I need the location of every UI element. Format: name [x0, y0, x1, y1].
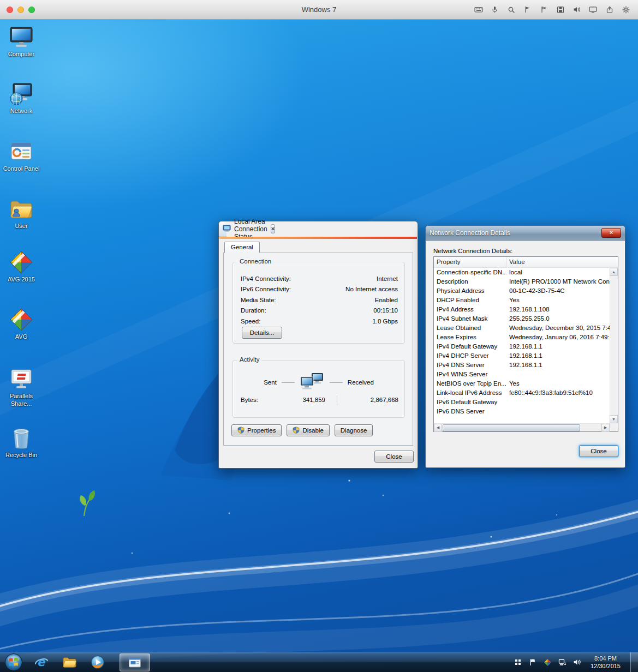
taskbar-internet-explorer-button[interactable]: e: [27, 652, 55, 672]
tray-network-icon[interactable]: [558, 658, 567, 666]
table-row[interactable]: Link-local IPv6 Addressfe80::44c9:f3a3:f…: [434, 388, 610, 398]
scrollbar-thumb[interactable]: [443, 424, 580, 431]
table-row[interactable]: Connection-specific DN...local: [434, 268, 610, 277]
diagnose-button[interactable]: Diagnose: [335, 424, 373, 436]
desktop-icon-parallels-share[interactable]: Parallels Share...: [2, 367, 40, 408]
desktop-icon-avg-2015[interactable]: AVG 2015: [2, 250, 40, 284]
status-action-buttons: Properties Disable Diagnose: [231, 424, 373, 436]
avg-icon: [9, 250, 34, 275]
desktop[interactable]: Computer Network Control Panel User AVG …: [0, 20, 638, 672]
value-cell: [506, 370, 610, 379]
desktop-icon-user[interactable]: User: [2, 196, 40, 230]
vertical-scrollbar[interactable]: ▲ ▼: [610, 268, 618, 423]
property-cell: Description: [434, 277, 506, 286]
clock-date: 12/30/2015: [591, 662, 621, 670]
close-icon[interactable]: ×: [601, 228, 621, 238]
show-desktop-button[interactable]: [630, 652, 638, 672]
tab-general[interactable]: General: [224, 242, 260, 253]
property-cell: NetBIOS over Tcpip En...: [434, 379, 506, 388]
value-cell: Wednesday, December 30, 2015 7:49:22: [506, 323, 610, 333]
connection-row-value: 00:15:10: [373, 307, 398, 314]
desktop-icon-label: Recycle Bin: [5, 452, 37, 459]
taskbar-explorer-button[interactable]: [55, 652, 84, 672]
user-folder-icon: [9, 196, 34, 221]
close-button[interactable]: Close: [579, 445, 618, 457]
desktop-icon-recycle-bin[interactable]: Recycle Bin: [2, 425, 40, 459]
table-row[interactable]: IPv4 Subnet Mask255.255.255.0: [434, 314, 610, 323]
horizontal-scrollbar[interactable]: ◀ ▶: [434, 423, 610, 431]
table-row[interactable]: Lease ExpiresWednesday, January 06, 2016…: [434, 333, 610, 342]
connection-row: IPv6 Connectivity:No Internet access: [241, 284, 398, 295]
scroll-right-arrow[interactable]: ▶: [601, 424, 610, 432]
connection-row-label: Speed:: [241, 318, 260, 325]
table-row[interactable]: IPv4 Default Gateway192.168.1.1: [434, 342, 610, 351]
table-row[interactable]: IPv4 Address192.168.1.108: [434, 305, 610, 314]
desktop-icon-label: Network: [10, 107, 32, 115]
scroll-down-arrow[interactable]: ▼: [610, 415, 618, 423]
column-header-value[interactable]: Value: [506, 257, 618, 267]
scroll-left-arrow[interactable]: ◀: [434, 424, 442, 432]
network-connection-icon: [223, 224, 231, 233]
save-icon[interactable]: [556, 5, 565, 14]
flag-alt-icon[interactable]: [539, 5, 548, 14]
close-button[interactable]: Close: [374, 451, 414, 463]
gear-icon[interactable]: [621, 5, 630, 14]
bytes-sent-value: 341,859: [241, 397, 325, 403]
value-cell: local: [506, 268, 610, 277]
property-cell: IPv4 DNS Server: [434, 361, 506, 370]
value-cell: Yes: [506, 379, 610, 388]
column-header-property[interactable]: Property: [434, 257, 506, 267]
action-center-flag-icon[interactable]: [528, 658, 538, 666]
taskbar-clock[interactable]: 8:04 PM 12/30/2015: [591, 655, 621, 670]
close-icon[interactable]: ×: [271, 224, 275, 233]
details-button[interactable]: Details...: [242, 327, 282, 339]
table-row[interactable]: Physical Address00-1C-42-3D-75-4C: [434, 286, 610, 296]
table-row[interactable]: IPv4 DHCP Server192.168.1.1: [434, 351, 610, 361]
zoom-window-button[interactable]: [28, 7, 35, 13]
properties-button[interactable]: Properties: [231, 424, 282, 436]
clock-time: 8:04 PM: [591, 655, 621, 662]
table-row[interactable]: IPv4 WINS Server: [434, 370, 610, 379]
titlebar-attention-strip: [219, 237, 417, 239]
uac-shield-icon: [293, 427, 300, 435]
minimize-window-button[interactable]: [17, 7, 24, 13]
connection-row: IPv4 Connectivity:Internet: [241, 273, 398, 284]
disable-button[interactable]: Disable: [287, 424, 329, 436]
table-row[interactable]: IPv6 Default Gateway: [434, 398, 610, 407]
share-icon[interactable]: [605, 5, 614, 14]
table-row[interactable]: IPv4 DNS Server192.168.1.1: [434, 361, 610, 370]
connection-row-label: Duration:: [241, 307, 266, 314]
tray-avg-icon[interactable]: [543, 658, 552, 667]
keyboard-icon[interactable]: [474, 5, 483, 14]
desktop-icon-avg[interactable]: AVG: [2, 307, 40, 341]
table-row[interactable]: DHCP EnabledYes: [434, 296, 610, 305]
start-button[interactable]: [4, 652, 23, 672]
display-icon[interactable]: [588, 5, 598, 14]
network-icon: [9, 81, 34, 106]
table-row[interactable]: DescriptionIntel(R) PRO/1000 MT Network …: [434, 277, 610, 286]
desktop-icon-computer[interactable]: Computer: [2, 25, 40, 58]
desktop-icon-network[interactable]: Network: [2, 81, 40, 115]
close-window-button[interactable]: [7, 7, 13, 13]
details-dialog-titlebar[interactable]: Network Connection Details ×: [426, 226, 625, 241]
table-row[interactable]: NetBIOS over Tcpip En...Yes: [434, 379, 610, 388]
search-icon[interactable]: [506, 5, 516, 14]
sent-dash: [282, 382, 295, 383]
tray-volume-icon[interactable]: [573, 658, 582, 666]
status-dialog-titlebar[interactable]: Local Area Connection Status ×: [219, 221, 226, 237]
details-list-rows: Connection-specific DN...localDescriptio…: [434, 268, 610, 423]
volume-icon[interactable]: [572, 5, 581, 14]
taskbar-media-player-button[interactable]: [84, 652, 112, 672]
flag-icon[interactable]: [523, 5, 532, 14]
table-row[interactable]: IPv6 DNS Server: [434, 407, 610, 416]
table-row[interactable]: Lease ObtainedWednesday, December 30, 20…: [434, 323, 610, 333]
desktop-icon-control-panel[interactable]: Control Panel: [2, 139, 40, 173]
tray-parallels-icon[interactable]: [514, 658, 523, 666]
computer-icon: [9, 25, 34, 50]
microphone-icon[interactable]: [490, 5, 499, 14]
taskbar-network-window-button[interactable]: [120, 653, 150, 671]
scroll-up-arrow[interactable]: ▲: [610, 268, 618, 276]
connection-row: Speed:1.0 Gbps: [241, 316, 398, 327]
uac-shield-icon: [237, 427, 245, 435]
avg-icon: [9, 307, 34, 332]
